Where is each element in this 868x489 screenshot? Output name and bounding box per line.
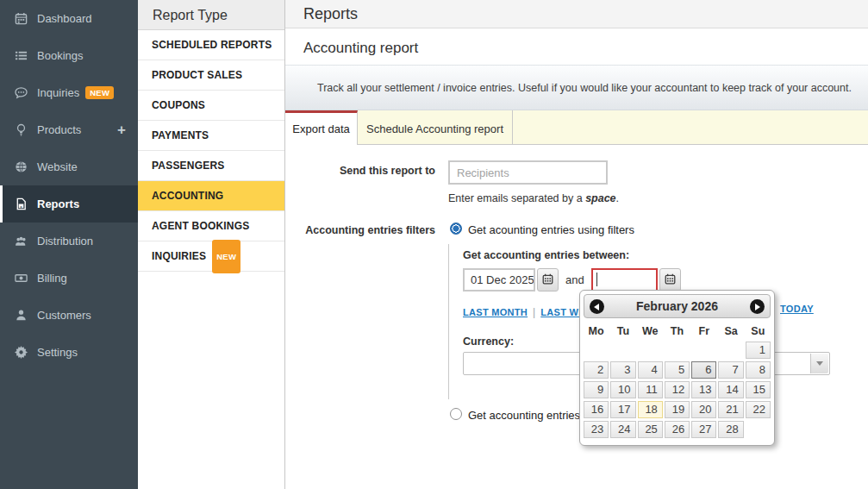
day-cell[interactable]: 5: [665, 361, 690, 379]
user-icon: [15, 309, 28, 322]
day-cell[interactable]: 28: [718, 421, 743, 438]
tab-schedule-accounting-report[interactable]: Schedule Accounting report: [358, 110, 513, 144]
sidebar-item-label: Inquiries: [37, 86, 79, 99]
calendar-icon: [15, 12, 28, 25]
report-type-coupons[interactable]: COUPONS: [138, 91, 284, 121]
day-cell[interactable]: 19: [665, 401, 690, 418]
radio-entries-using-filters-label: Get acounting entries using filters: [468, 223, 634, 236]
report-type-header: Report Type: [138, 0, 284, 30]
text-caret: [596, 273, 597, 286]
day-cell[interactable]: 7: [718, 361, 743, 379]
day-cell[interactable]: 16: [584, 401, 609, 418]
day-cell-today[interactable]: 6: [691, 361, 716, 379]
day-cell[interactable]: 24: [610, 421, 635, 438]
day-cell[interactable]: 27: [691, 421, 716, 438]
tab-export-data[interactable]: Export data: [285, 110, 358, 145]
main-content: Reports Accounting report Track all your…: [285, 0, 868, 489]
day-cell[interactable]: 12: [665, 381, 690, 398]
day-cell[interactable]: 2: [584, 361, 609, 379]
day-cell[interactable]: 9: [584, 381, 609, 398]
day-cell[interactable]: 14: [718, 381, 743, 398]
to-date-input[interactable]: [591, 268, 658, 292]
sidebar-item-distribution[interactable]: Distribution: [0, 223, 138, 260]
day-cell[interactable]: 15: [746, 381, 771, 398]
tab-bar: Export data Schedule Accounting report: [285, 110, 868, 145]
sidebar-item-reports[interactable]: x Reports: [0, 185, 138, 223]
sidebar-item-label: Website: [37, 160, 78, 173]
sidebar-item-label: Reports: [37, 197, 79, 210]
radio-entries-using-filters[interactable]: [450, 223, 462, 235]
to-date-calendar-button[interactable]: [659, 268, 681, 292]
between-label: Get accounting entries between:: [463, 249, 849, 261]
arrow-right-icon: [755, 304, 760, 310]
sidebar-item-bookings[interactable]: Bookings: [0, 37, 138, 74]
recipients-input[interactable]: [448, 160, 608, 185]
day-cell[interactable]: 23: [584, 421, 609, 438]
today-link[interactable]: TODAY: [780, 304, 814, 314]
next-month-button[interactable]: [750, 299, 765, 314]
description-strip: Track all your settlement / invoice entr…: [285, 65, 868, 110]
day-grid: 1 2 3 4 5 6 7 8 9 10 11 12 13 14 15 16 1…: [584, 342, 771, 438]
last-month-link[interactable]: LAST MONTH: [463, 307, 528, 317]
report-type-agent-bookings[interactable]: AGENT BOOKINGS: [138, 211, 284, 241]
day-cell[interactable]: 13: [691, 381, 716, 398]
sidebar-item-inquiries[interactable]: Inquiries NEW: [0, 74, 138, 111]
sidebar-item-label: Billing: [37, 272, 67, 285]
day-cell[interactable]: 21: [718, 401, 743, 418]
banknote-icon: [15, 272, 28, 285]
sidebar-item-label: Customers: [37, 309, 91, 322]
day-cell[interactable]: 22: [746, 401, 771, 418]
report-type-scheduled-reports[interactable]: SCHEDULED REPORTS: [138, 30, 284, 60]
sidebar-item-website[interactable]: Website: [0, 148, 138, 185]
gear-icon: [15, 346, 28, 359]
bulb-icon: [15, 123, 28, 136]
radio-entries-for[interactable]: [450, 408, 462, 420]
users-icon: [15, 235, 28, 248]
report-type-inquiries[interactable]: INQUIRIES NEW: [138, 241, 284, 272]
chat-icon: [15, 86, 28, 99]
report-type-payments[interactable]: PAYMENTS: [138, 121, 284, 151]
day-cell-highlighted[interactable]: 18: [638, 401, 663, 418]
prev-month-button[interactable]: [590, 299, 604, 314]
datepicker-month-title: February 2026: [584, 295, 770, 317]
list-icon: [15, 49, 28, 62]
sidebar-item-customers[interactable]: Customers: [0, 297, 138, 334]
report-type-panel: Report Type SCHEDULED REPORTS PRODUCT SA…: [138, 0, 285, 489]
report-file-icon: x: [15, 197, 28, 210]
day-cell[interactable]: 4: [638, 361, 663, 379]
sidebar: Dashboard Bookings Inquiries NEW Product…: [0, 0, 138, 489]
report-type-product-sales[interactable]: PRODUCT SALES: [138, 60, 284, 91]
day-cell[interactable]: 17: [610, 401, 635, 418]
day-cell[interactable]: 3: [610, 361, 635, 379]
day-cell[interactable]: 25: [638, 421, 663, 438]
sidebar-item-label: Distribution: [37, 235, 93, 248]
sidebar-item-label: Settings: [37, 346, 78, 359]
page-title: Reports: [285, 0, 868, 28]
filters-label: Accounting entries filters: [285, 224, 435, 236]
day-cell[interactable]: 8: [746, 361, 771, 379]
from-date-calendar-button[interactable]: [537, 268, 559, 292]
sidebar-item-label: Bookings: [37, 49, 83, 62]
sidebar-item-products[interactable]: Products +: [0, 111, 138, 148]
day-cell[interactable]: 11: [638, 381, 663, 398]
report-type-passengers[interactable]: PASSENGERS: [138, 151, 284, 181]
sidebar-item-billing[interactable]: Billing: [0, 260, 138, 297]
sidebar-item-label: Dashboard: [37, 12, 92, 25]
day-cell[interactable]: 20: [691, 401, 716, 418]
sidebar-item-dashboard[interactable]: Dashboard: [0, 0, 138, 37]
day-cell[interactable]: 10: [610, 381, 635, 398]
plus-icon[interactable]: +: [117, 122, 126, 139]
and-label: and: [565, 273, 584, 286]
arrow-left-icon: [594, 304, 599, 310]
email-hint: Enter emails separated by a space.: [448, 192, 619, 204]
radio-entries-for-label: Get accounting entries for: [468, 409, 596, 422]
sidebar-item-label: Products: [37, 123, 81, 136]
day-cell[interactable]: 26: [665, 421, 690, 438]
report-type-accounting[interactable]: ACCOUNTING: [138, 181, 284, 211]
sidebar-item-settings[interactable]: Settings: [0, 334, 138, 371]
new-badge: NEW: [212, 240, 240, 273]
chevron-down-icon[interactable]: [810, 354, 828, 373]
from-date-input[interactable]: [463, 268, 535, 292]
date-range-row: and: [463, 268, 849, 292]
day-cell[interactable]: 1: [746, 342, 771, 359]
